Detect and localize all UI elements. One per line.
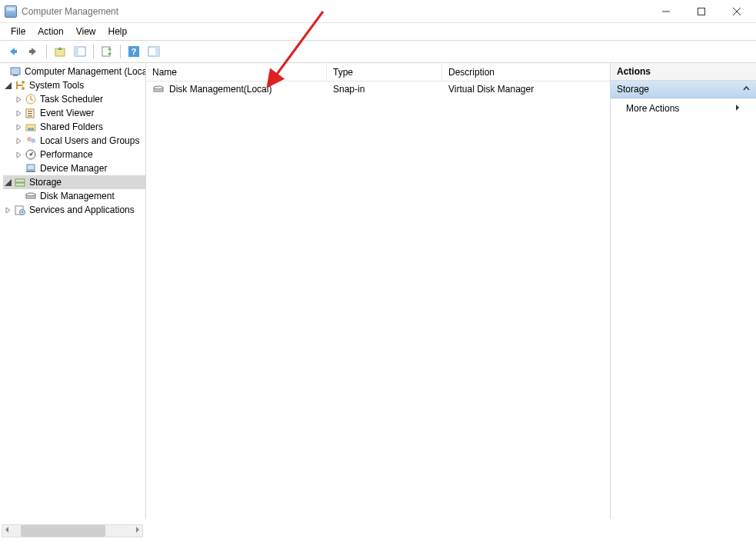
tree-node-computer-management[interactable]: ▸ Computer Management (Local) — [3, 65, 145, 78]
window-title: Computer Management — [22, 6, 648, 17]
cell-type: Snap-in — [333, 84, 365, 95]
menu-action[interactable]: Action — [32, 25, 69, 38]
tree-node-storage[interactable]: Storage — [3, 175, 145, 189]
svg-rect-21 — [28, 113, 32, 115]
svg-rect-20 — [28, 111, 32, 112]
svg-rect-8 — [75, 47, 78, 56]
up-button[interactable] — [52, 43, 68, 60]
forward-button[interactable] — [25, 43, 42, 60]
svg-point-29 — [30, 154, 32, 156]
column-header-description[interactable]: Description — [442, 63, 610, 81]
minimize-button[interactable] — [648, 1, 684, 22]
show-hide-tree-button[interactable] — [72, 43, 88, 60]
tree-label: Performance — [40, 149, 93, 160]
svg-point-16 — [22, 81, 25, 84]
menu-bar: File Action View Help — [0, 23, 756, 40]
export-list-button[interactable] — [98, 43, 115, 60]
svg-point-17 — [22, 87, 25, 90]
bottom-bar — [0, 519, 756, 542]
maximize-button[interactable] — [684, 1, 719, 22]
tree-node-event-viewer[interactable]: Event Viewer — [3, 106, 145, 120]
svg-point-27 — [31, 138, 35, 143]
users-groups-icon — [25, 135, 37, 147]
event-viewer-icon — [25, 107, 37, 119]
collapse-icon[interactable] — [3, 81, 12, 90]
svg-text:?: ? — [132, 47, 137, 56]
scroll-left-icon[interactable] — [4, 525, 10, 536]
expand-icon[interactable] — [14, 108, 23, 118]
svg-point-38 — [22, 211, 23, 213]
services-applications-icon — [14, 204, 26, 216]
system-tools-icon — [14, 79, 26, 91]
expand-icon[interactable] — [3, 205, 12, 214]
navigation-tree: ▸ Computer Management (Local) System Too… — [0, 63, 145, 218]
toolbar: ? — [0, 41, 756, 62]
svg-point-25 — [31, 128, 34, 131]
storage-icon — [14, 176, 26, 188]
actions-pane: Actions Storage More Actions — [611, 63, 756, 519]
column-headers: Name Type Description — [146, 63, 610, 81]
tree-node-device-manager[interactable]: ▸ Device Manager — [3, 161, 145, 175]
help-button[interactable]: ? — [125, 43, 142, 60]
tree-label: Task Scheduler — [40, 94, 103, 105]
tree-node-system-tools[interactable]: System Tools — [3, 78, 145, 92]
task-scheduler-icon — [25, 93, 37, 105]
main-area: ▸ Computer Management (Local) System Too… — [0, 62, 756, 519]
menu-help[interactable]: Help — [102, 25, 134, 38]
svg-rect-33 — [15, 183, 25, 186]
svg-rect-14 — [11, 68, 20, 75]
svg-rect-1 — [698, 8, 705, 15]
shared-folders-icon — [25, 121, 37, 133]
expand-icon[interactable] — [14, 122, 23, 131]
svg-point-35 — [26, 193, 35, 196]
svg-point-40 — [154, 86, 163, 89]
app-icon — [5, 5, 17, 18]
disk-management-icon — [25, 190, 37, 202]
svg-rect-9 — [102, 47, 110, 56]
performance-icon — [25, 148, 37, 161]
tree-node-performance[interactable]: Performance — [3, 148, 145, 161]
tree-node-services-applications[interactable]: Services and Applications — [3, 203, 145, 217]
toolbar-separator — [46, 45, 47, 58]
computer-management-icon — [9, 65, 22, 78]
tree-label: Disk Management — [40, 191, 115, 201]
actions-context[interactable]: Storage — [611, 81, 756, 98]
tree-label: Computer Management (Local) — [25, 66, 146, 77]
svg-rect-15 — [13, 75, 18, 76]
svg-rect-5 — [29, 50, 32, 53]
close-button[interactable] — [719, 1, 754, 22]
expand-icon[interactable] — [14, 95, 23, 104]
list-pane: Name Type Description Disk Management(Lo… — [146, 63, 611, 519]
horizontal-scrollbar[interactable] — [2, 524, 143, 537]
chevron-right-icon — [735, 103, 741, 114]
title-bar: Computer Management — [0, 0, 756, 23]
column-header-type[interactable]: Type — [327, 63, 442, 81]
back-button[interactable] — [5, 43, 22, 60]
collapse-icon[interactable] — [3, 178, 12, 187]
tree-label: Local Users and Groups — [40, 135, 139, 146]
menu-view[interactable]: View — [70, 25, 102, 38]
chevron-up-icon — [743, 84, 750, 95]
tree-label: Shared Folders — [40, 121, 103, 132]
tree-node-task-scheduler[interactable]: Task Scheduler — [3, 92, 145, 106]
show-hide-action-pane-button[interactable] — [145, 43, 162, 60]
actions-more[interactable]: More Actions — [611, 98, 756, 118]
tree-node-local-users-groups[interactable]: Local Users and Groups — [3, 134, 145, 148]
tree-node-disk-management[interactable]: ▸ Disk Management — [3, 189, 145, 203]
column-header-name[interactable]: Name — [146, 63, 327, 81]
menu-file[interactable]: File — [5, 25, 32, 38]
list-item-disk-management[interactable]: Disk Management(Local) Snap-in Virtual D… — [146, 81, 610, 97]
svg-point-24 — [28, 128, 31, 131]
toolbar-separator — [120, 45, 121, 58]
svg-rect-23 — [26, 125, 35, 131]
expand-icon[interactable] — [14, 150, 23, 159]
scroll-right-icon[interactable] — [135, 525, 141, 536]
cell-description: Virtual Disk Manager — [448, 84, 534, 95]
scroll-thumb[interactable] — [21, 525, 105, 537]
tree-node-shared-folders[interactable]: Shared Folders — [3, 120, 145, 134]
tree-label: Services and Applications — [29, 204, 135, 215]
scroll-track[interactable] — [12, 525, 133, 537]
expand-icon[interactable] — [14, 136, 23, 145]
svg-rect-22 — [28, 115, 32, 117]
svg-rect-13 — [155, 47, 159, 56]
